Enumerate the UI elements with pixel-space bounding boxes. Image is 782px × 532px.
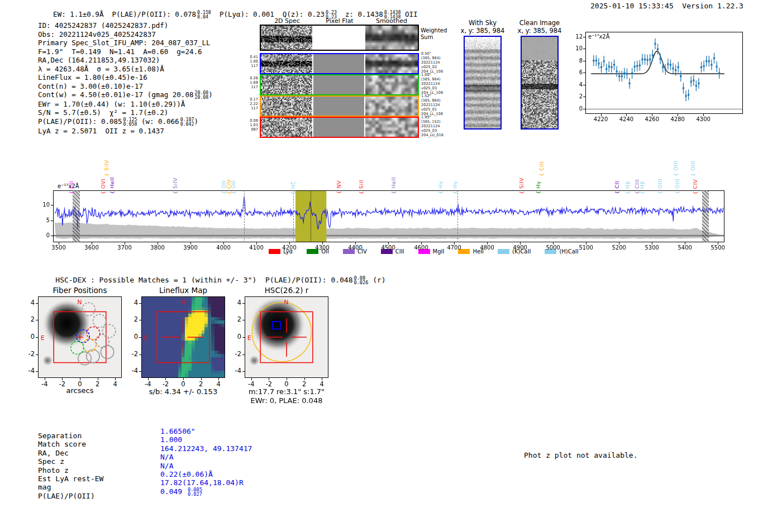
cutout-xtick: -2 bbox=[266, 380, 272, 388]
tick-mark bbox=[139, 303, 141, 304]
tick-mark bbox=[139, 371, 141, 372]
row-left-labels: 0.081.03097 bbox=[239, 119, 258, 132]
info-id: ID: 4025242837 (4025242837.pdf) bbox=[38, 21, 213, 30]
emission-line-label: { OIII bbox=[675, 179, 680, 194]
cutout-ytick: 2 bbox=[134, 315, 138, 323]
tick-mark bbox=[583, 73, 585, 73]
emission-line-label: { Hγ bbox=[438, 181, 444, 194]
emission-line-label: { SiIV bbox=[104, 160, 109, 176]
full-spectrum-canvas bbox=[54, 191, 724, 242]
zoom-xtick: 4260 bbox=[645, 116, 659, 122]
zoom-ytick: 0 bbox=[579, 106, 583, 112]
info-obs: Obs: 20221124v025_4025242837 bbox=[38, 30, 213, 39]
column-header-pixelflat: Pixel Flat bbox=[326, 17, 353, 25]
cutout-xtick: 2 bbox=[302, 380, 306, 388]
match-table-value: 164.212243, 49.137417 bbox=[160, 444, 252, 453]
emission-line-label: { CIII bbox=[539, 161, 545, 176]
emission-line-label: { HeII bbox=[109, 177, 115, 194]
emission-line-label: { Hβ bbox=[625, 181, 631, 194]
tick-mark bbox=[36, 371, 38, 372]
main-xtick: 5000 bbox=[546, 245, 560, 251]
weighted-pixelflat-image bbox=[313, 26, 364, 50]
legend-label: MgII bbox=[433, 248, 445, 255]
main-xtick: 5200 bbox=[612, 245, 626, 251]
cutout-ytick: 0 bbox=[31, 333, 35, 341]
clean-image-title: Clean Imagex, y: 385, 984 bbox=[518, 20, 562, 35]
main-xtick: 4100 bbox=[249, 245, 263, 251]
match-table-value: 1.66506" bbox=[160, 427, 252, 435]
emission-line-label: { SiII bbox=[359, 180, 364, 194]
zoom-unit-label: e⁻¹⁷x2Å bbox=[588, 33, 610, 40]
fiber-cutout-row bbox=[260, 95, 419, 117]
legend-swatch bbox=[498, 249, 509, 254]
tick-mark bbox=[242, 320, 245, 320]
emission-line-label: { NV bbox=[336, 180, 342, 194]
zoom-xtick: 4280 bbox=[671, 116, 685, 122]
hsc-cutout-canvas bbox=[245, 297, 328, 377]
zoom-xtick: 4220 bbox=[594, 116, 608, 122]
cutout-ytick: -4 bbox=[235, 367, 241, 375]
info-cont-n: Cont(n) = 3.00(±0.10)e-17 bbox=[38, 82, 213, 91]
zoom-xtick: 4300 bbox=[696, 116, 710, 122]
cutout-ytick: 4 bbox=[237, 299, 241, 306]
match-table-labels: SeparationMatch scoreRA, DecSpec zPhoto … bbox=[38, 432, 103, 500]
fiber-positions-title: Fiber Positions bbox=[53, 286, 107, 295]
cutout-ytick: 2 bbox=[31, 315, 35, 323]
info-cont-w: Cont(w) = 4.50(±0.01)e-17 (gmag 20.0820.… bbox=[38, 90, 213, 100]
emission-line-label: { CII bbox=[614, 181, 620, 194]
detection-info-block: ID: 4025242837 (4025242837.pdf) Obs: 202… bbox=[38, 21, 213, 135]
match-table-label: P(LAE)/P(OII) bbox=[38, 492, 103, 500]
emission-line-label: { OIII bbox=[657, 179, 663, 194]
cutout-ytick: -2 bbox=[235, 350, 241, 358]
main-xtick: 4400 bbox=[348, 245, 362, 251]
row-smoothed-image bbox=[365, 97, 418, 116]
cutout-xtick: 2 bbox=[96, 380, 99, 388]
column-header-smoothed: Smoothed bbox=[376, 17, 407, 25]
column-header-2dspec: 2D Spec bbox=[274, 17, 300, 25]
clean-image-panel bbox=[521, 36, 559, 130]
main-xtick: 3700 bbox=[117, 245, 131, 251]
info-lambda: λ = 4263.48Å σ = 3.65(±1.08)Å bbox=[38, 65, 213, 74]
cutout-ytick: -2 bbox=[132, 350, 138, 358]
with-sky-image bbox=[465, 37, 500, 128]
emission-line-label: { SiIV bbox=[519, 178, 524, 194]
row-right-labels: 1.52"(385, 984)20221124v025_01204_LL_108 bbox=[421, 94, 443, 117]
cutout-xtick: -2 bbox=[163, 380, 169, 388]
row-right-labels: 1.95"(385, 152)20221124v025_03204_LU_016 bbox=[421, 116, 444, 138]
main-xtick: 4500 bbox=[381, 245, 395, 251]
legend-label: (H)CaII bbox=[559, 248, 578, 255]
main-xtick: 4600 bbox=[414, 245, 428, 251]
tick-mark bbox=[583, 49, 585, 49]
main-xtick: 3900 bbox=[183, 245, 197, 251]
row-2dspec-image bbox=[261, 118, 312, 137]
row-smoothed-image bbox=[365, 75, 418, 94]
tick-mark bbox=[583, 85, 585, 85]
match-table-label: Est LyA rest-EW bbox=[38, 475, 103, 483]
row-left-labels: 0.261.69117 bbox=[239, 76, 258, 90]
weighted-2dspec-image bbox=[261, 26, 312, 50]
row-left-labels: 0.411.00117 bbox=[239, 55, 258, 69]
row-pixelflat-image bbox=[313, 97, 364, 116]
match-table-value: 1.000 bbox=[160, 435, 252, 444]
fiber-cutout-row bbox=[260, 74, 419, 95]
cutout-ytick: -2 bbox=[28, 350, 35, 358]
tick-mark bbox=[242, 337, 245, 338]
cutout-xtick: 0 bbox=[181, 380, 185, 388]
match-table-plae-value: 0.049 0.0850.027 bbox=[160, 487, 252, 496]
hsc-cutout-title: HSC(26.2) r bbox=[265, 286, 309, 295]
cutout-xtick: -4 bbox=[145, 380, 151, 388]
timestamp-version: 2025-01-10 15:33:45 Version 1.22.3 bbox=[590, 2, 743, 10]
match-table-value: 0.22(±0.06)Å bbox=[160, 470, 252, 478]
tick-mark bbox=[139, 337, 141, 338]
with-sky-panel bbox=[464, 36, 502, 130]
fiber-positions-canvas bbox=[39, 297, 121, 377]
row-pixelflat-image bbox=[313, 54, 364, 73]
row-pixelflat-image bbox=[313, 75, 364, 94]
info-redshifts: LyA z = 2.5071 OII z = 0.1437 bbox=[38, 127, 213, 136]
elixer-report: EW: 1.1±0.9Å P(LAE)/P(OII): 0.0780.1580.… bbox=[0, 0, 782, 532]
emission-line-label: { SiIV bbox=[173, 178, 178, 194]
main-xtick: 4200 bbox=[282, 245, 296, 251]
lineflux-map-title: Lineflux Map bbox=[159, 286, 207, 295]
hsc-xlabel-2: EWr: 0, PLAE: 0.048 bbox=[251, 396, 323, 405]
with-sky-title: With Skyx, y: 385, 984 bbox=[461, 20, 505, 35]
